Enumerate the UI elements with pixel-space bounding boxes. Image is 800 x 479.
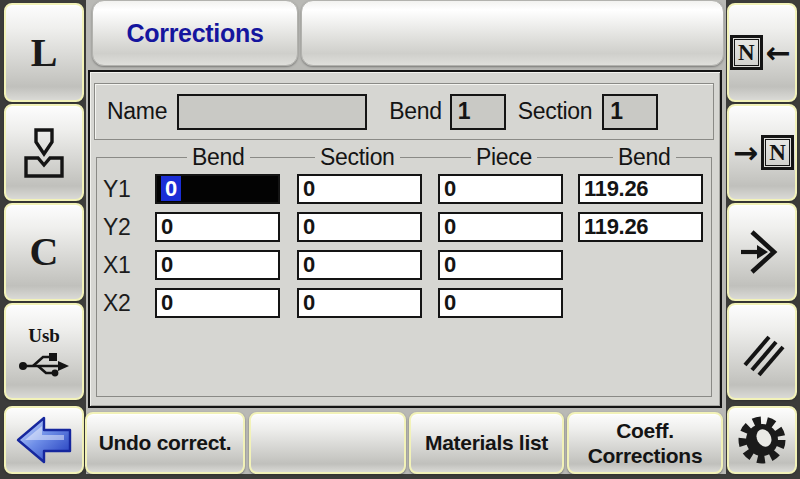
column-header-piece: Piece xyxy=(471,144,537,170)
n-back-icon: N ← xyxy=(730,35,794,70)
x1-piece-cell[interactable]: 0 xyxy=(438,250,563,280)
bend-prev-button[interactable]: N ← xyxy=(727,3,797,102)
coeff-label-line1: Coeff. xyxy=(616,418,674,443)
y1-section-cell[interactable]: 0 xyxy=(297,174,422,204)
section-number-box[interactable]: 1 xyxy=(602,94,658,130)
usb-label: Usb xyxy=(28,326,60,345)
c-button[interactable]: C xyxy=(4,203,84,301)
tooling-button[interactable] xyxy=(4,104,84,201)
bend-next-button[interactable]: → N xyxy=(727,104,797,201)
table-row-x1: X1 0 0 0 xyxy=(103,250,563,280)
table-row-x2: X2 0 0 0 xyxy=(103,288,563,318)
corrections-panel: Name Bend 1 Section 1 Bend Section Piece… xyxy=(88,70,722,408)
materials-list-button[interactable]: Materials list xyxy=(409,412,564,474)
tab-blank xyxy=(301,0,724,66)
l-button-label: L xyxy=(31,33,58,73)
x2-piece-cell[interactable]: 0 xyxy=(438,288,563,318)
n-box-glyph: N xyxy=(730,35,763,70)
table-row-y2: Y2 0 0 0 119.26 xyxy=(103,212,703,242)
bend-label: Bend xyxy=(389,98,442,125)
page-title: Corrections xyxy=(126,19,263,48)
enter-arrow-icon xyxy=(737,227,787,277)
column-header-bend: Bend xyxy=(187,144,250,170)
corrections-table: Bend Section Piece Bend Y1 0 0 0 119.26 … xyxy=(96,157,712,397)
row-label-y1: Y1 xyxy=(103,176,155,203)
x2-section-cell[interactable]: 0 xyxy=(297,288,422,318)
blank-button xyxy=(249,412,406,474)
name-field-row: Name Bend 1 Section 1 xyxy=(94,83,714,140)
y2-bend-cell[interactable]: 0 xyxy=(155,212,280,242)
back-arrow-icon xyxy=(15,415,73,465)
c-button-label: C xyxy=(30,232,59,272)
back-button[interactable] xyxy=(4,406,84,474)
section-label: Section xyxy=(518,98,593,125)
y1-piece-cell[interactable]: 0 xyxy=(438,174,563,204)
bend-number-box[interactable]: 1 xyxy=(450,94,506,130)
y1-bend-result-cell: 119.26 xyxy=(578,174,703,204)
gear-icon xyxy=(735,413,789,467)
controller-screen: Corrections L C Usb xyxy=(0,0,800,479)
table-row-y1: Y1 0 0 0 119.26 xyxy=(103,174,703,204)
name-input[interactable] xyxy=(177,94,367,130)
y2-bend-result-cell: 119.26 xyxy=(578,212,703,242)
x1-bend-cell[interactable]: 0 xyxy=(155,250,280,280)
row-label-x2: X2 xyxy=(103,290,155,317)
usb-button[interactable]: Usb xyxy=(4,303,84,400)
bend-tool-icon xyxy=(21,126,67,180)
y2-section-cell[interactable]: 0 xyxy=(297,212,422,242)
n-box-glyph: N xyxy=(761,135,794,170)
hatch-icon xyxy=(737,327,787,377)
name-label: Name xyxy=(107,98,167,125)
row-label-y2: Y2 xyxy=(103,214,155,241)
tab-corrections[interactable]: Corrections xyxy=(92,0,298,66)
y1-bend-cell[interactable]: 0 xyxy=(155,174,280,204)
right-arrow-icon: → xyxy=(733,138,758,168)
column-header-section: Section xyxy=(315,144,400,170)
undo-correct-button[interactable]: Undo correct. xyxy=(85,412,245,474)
advance-button[interactable] xyxy=(727,203,797,301)
coeff-label-line2: Corrections xyxy=(588,443,703,468)
x2-bend-cell[interactable]: 0 xyxy=(155,288,280,318)
materials-list-label: Materials list xyxy=(425,430,548,455)
x1-section-cell[interactable]: 0 xyxy=(297,250,422,280)
y2-piece-cell[interactable]: 0 xyxy=(438,212,563,242)
hatch-button[interactable] xyxy=(727,303,797,400)
left-arrow-icon: ← xyxy=(766,38,791,68)
usb-icon xyxy=(17,347,71,377)
settings-button[interactable] xyxy=(727,406,797,474)
row-label-x1: X1 xyxy=(103,252,155,279)
l-button[interactable]: L xyxy=(4,3,84,102)
column-header-bend-result: Bend xyxy=(613,144,676,170)
coeff-corrections-button[interactable]: Coeff. Corrections xyxy=(567,412,723,474)
n-forward-icon: → N xyxy=(730,135,794,170)
undo-correct-label: Undo correct. xyxy=(99,430,232,455)
